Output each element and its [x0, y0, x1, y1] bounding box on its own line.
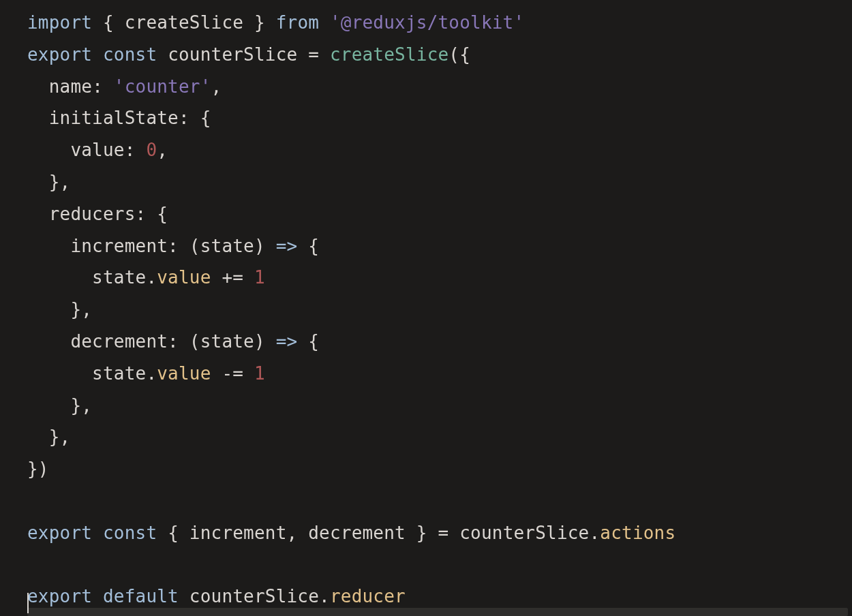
code-token: {	[103, 12, 114, 33]
code-token: value	[157, 267, 211, 288]
code-token: 1	[254, 267, 265, 288]
code-token: counterSlice	[459, 523, 589, 543]
code-token: :	[168, 331, 179, 352]
code-token	[319, 44, 330, 65]
code-token: 0	[146, 140, 157, 160]
code-token: 1	[254, 363, 265, 384]
code-token: ,	[60, 172, 71, 192]
code-token	[179, 586, 189, 606]
code-token: }	[27, 395, 81, 416]
code-token: :	[92, 76, 103, 97]
code-token: :	[136, 204, 147, 224]
code-token: ,	[81, 395, 92, 416]
code-token: +=	[222, 267, 243, 288]
code-token: reducers	[27, 204, 136, 224]
code-token: export	[27, 523, 92, 543]
code-token: }	[27, 459, 38, 479]
code-token: )	[38, 459, 49, 479]
code-token	[265, 12, 276, 33]
code-token	[243, 363, 254, 384]
code-token	[92, 12, 103, 33]
code-token: }	[27, 427, 60, 447]
code-token: (	[448, 44, 459, 65]
code-token: ,	[60, 427, 71, 447]
code-token: createSlice	[330, 44, 448, 65]
code-token: value	[27, 140, 125, 160]
code-token: (	[189, 236, 200, 256]
code-token: 'counter'	[114, 76, 211, 97]
code-token: createSlice	[125, 12, 243, 33]
code-token: -=	[222, 363, 243, 384]
code-token	[157, 523, 168, 543]
code-token: {	[308, 331, 319, 352]
code-token	[92, 523, 103, 543]
code-token: =	[438, 523, 449, 543]
code-token	[92, 44, 103, 65]
code-token: actions	[600, 523, 675, 543]
code-token: {	[459, 44, 470, 65]
code-token: '@reduxjs/toolkit'	[330, 12, 524, 33]
code-token: counterSlice	[168, 44, 297, 65]
code-token: {	[308, 236, 319, 256]
code-token	[179, 236, 189, 256]
code-token	[146, 204, 157, 224]
code-token	[297, 523, 308, 543]
code-token: name	[27, 76, 92, 97]
code-token: }	[27, 299, 81, 320]
code-token: state	[200, 236, 254, 256]
code-token	[427, 523, 438, 543]
code-token	[157, 44, 168, 65]
horizontal-scrollbar[interactable]	[27, 608, 848, 616]
code-token: default	[103, 586, 179, 606]
code-token	[297, 331, 308, 352]
code-token: {	[157, 204, 168, 224]
code-token: export	[27, 44, 92, 65]
code-token: }	[254, 12, 265, 33]
code-token: .	[589, 523, 600, 543]
code-token: :	[179, 108, 189, 128]
code-token	[265, 331, 276, 352]
code-token: import	[27, 12, 92, 33]
code-token	[136, 140, 147, 160]
code-token: .	[319, 586, 330, 606]
code-token: .	[146, 267, 157, 288]
code-token	[297, 236, 308, 256]
code-token: const	[103, 523, 157, 543]
code-token: from	[276, 12, 319, 33]
code-token	[243, 267, 254, 288]
code-token: export	[27, 586, 92, 606]
code-token: :	[168, 236, 179, 256]
code-token: ,	[157, 140, 168, 160]
code-token	[406, 523, 416, 543]
code-token: .	[146, 363, 157, 384]
code-token: )	[254, 236, 265, 256]
code-editor-content[interactable]: import { createSlice } from '@reduxjs/to…	[0, 0, 852, 613]
code-token: decrement	[27, 331, 168, 352]
code-token	[297, 44, 308, 65]
code-token	[92, 586, 103, 606]
code-token: decrement	[308, 523, 406, 543]
code-token: state	[27, 267, 146, 288]
code-token: ,	[211, 76, 222, 97]
code-token	[114, 12, 125, 33]
code-token: ,	[81, 299, 92, 320]
code-token: value	[157, 363, 211, 384]
code-token: (	[189, 331, 200, 352]
code-token: :	[125, 140, 136, 160]
code-token: =>	[276, 331, 298, 352]
code-token: =	[308, 44, 319, 65]
code-token: {	[168, 523, 179, 543]
code-token	[179, 523, 189, 543]
code-token: initialState	[27, 108, 179, 128]
code-token	[265, 236, 276, 256]
code-token	[103, 76, 114, 97]
code-token	[211, 363, 222, 384]
code-token: increment	[189, 523, 287, 543]
code-token: )	[254, 331, 265, 352]
code-token: }	[416, 523, 427, 543]
code-token: }	[27, 172, 60, 192]
code-token: reducer	[330, 586, 406, 606]
code-token	[243, 12, 254, 33]
code-token	[179, 331, 189, 352]
code-token: const	[103, 44, 157, 65]
